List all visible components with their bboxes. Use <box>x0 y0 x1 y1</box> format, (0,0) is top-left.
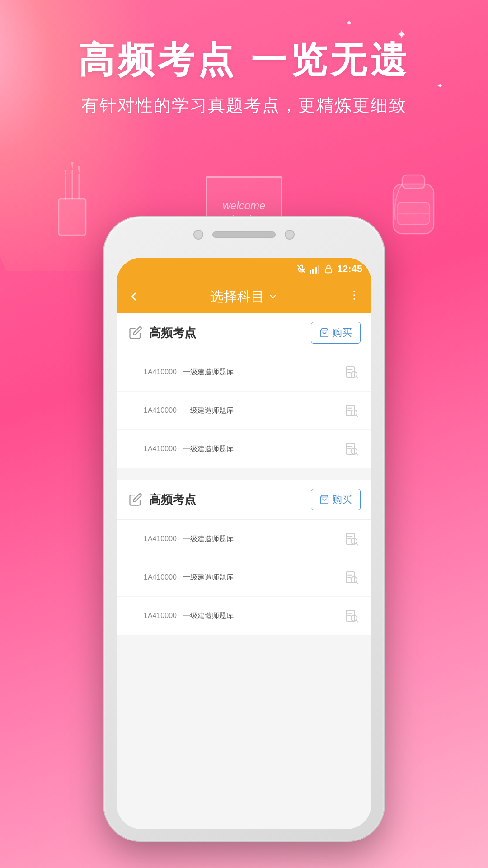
status-bar: 12:45 <box>117 258 371 280</box>
cart-icon-1 <box>319 328 329 338</box>
nav-bar: 选择科目 <box>117 280 371 313</box>
svg-rect-12 <box>312 269 314 274</box>
svg-point-16 <box>353 291 355 292</box>
mute-icon <box>296 264 306 274</box>
nav-chevron-icon <box>268 292 278 302</box>
section-header-2: 高频考点 购买 <box>117 480 371 520</box>
buy-button-2[interactable]: 购买 <box>311 489 361 510</box>
section-title-2: 高频考点 <box>149 492 196 508</box>
hero-subtitle: 有针对性的学习真题考点，更精炼更细致 <box>81 94 407 117</box>
list-item-icon-1-2 <box>343 401 361 420</box>
hero-title: 高频考点 一览无遗 <box>78 36 410 85</box>
list-item-icon-1-1 <box>343 363 361 381</box>
phone-screen: 12:45 选择科目 <box>117 258 371 829</box>
svg-line-27 <box>356 415 357 416</box>
lock-icon <box>324 264 333 274</box>
section-title-area-1: 高频考点 <box>127 325 196 341</box>
svg-rect-0 <box>59 199 86 235</box>
list-item-2-2[interactable]: 1A410000 一级建造师题库 <box>117 558 371 597</box>
sparkle-star-1: ✦ <box>396 27 407 42</box>
list-item-1-2[interactable]: 1A410000 一级建造师题库 <box>117 392 371 430</box>
list-item-icon-2-1 <box>343 530 361 548</box>
list-item-2-1[interactable]: 1A410000 一级建造师题库 <box>117 520 371 558</box>
list-item-text-1-3: 1A410000 一级建造师题库 <box>144 444 234 454</box>
svg-line-22 <box>356 377 357 378</box>
cart-icon-2 <box>319 495 329 505</box>
right-bag-decoration <box>384 161 443 253</box>
svg-marker-4 <box>64 170 67 176</box>
left-tools-decoration <box>45 154 99 244</box>
signal-icon <box>309 264 321 274</box>
phone-camera-left <box>193 230 203 240</box>
section-title-1: 高频考点 <box>149 325 196 341</box>
status-icons <box>296 264 333 274</box>
section-group-1: 高频考点 购买 1A410000 一级建造 <box>117 313 371 468</box>
section-separator <box>117 473 371 480</box>
list-item-icon-2-2 <box>343 568 361 586</box>
svg-rect-13 <box>315 267 317 274</box>
svg-rect-15 <box>325 269 331 273</box>
buy-label-2: 购买 <box>332 493 352 506</box>
section-title-area-2: 高频考点 <box>127 491 196 508</box>
buy-button-1[interactable]: 购买 <box>311 322 361 344</box>
list-item-1-3[interactable]: 1A410000 一级建造师题库 <box>117 430 371 468</box>
list-item-icon-2-3 <box>343 607 361 625</box>
section-header-1: 高频考点 购买 <box>117 313 371 353</box>
list-item-text-2-1: 1A410000 一级建造师题库 <box>144 534 234 544</box>
app-content: 高频考点 购买 1A410000 一级建造 <box>117 313 371 829</box>
list-item-1-1[interactable]: 1A410000 一级建造师题库 <box>117 353 371 392</box>
nav-more-button[interactable] <box>348 288 361 305</box>
list-item-text-2-3: 1A410000 一级建造师题库 <box>144 611 234 621</box>
phone-camera-right <box>285 230 295 240</box>
svg-point-17 <box>353 294 355 296</box>
list-item-text-2-2: 1A410000 一级建造师题库 <box>144 573 234 582</box>
svg-rect-14 <box>318 265 319 274</box>
list-item-2-3[interactable]: 1A410000 一级建造师题库 <box>117 597 371 635</box>
section-group-2: 高频考点 购买 1A410000 一级建造 <box>117 480 371 635</box>
buy-label-1: 购买 <box>332 326 352 340</box>
svg-marker-5 <box>71 162 74 170</box>
svg-line-48 <box>356 620 357 622</box>
list-item-icon-1-3 <box>343 440 361 458</box>
list-item-text-1-1: 1A410000 一级建造师题库 <box>144 368 234 377</box>
nav-title-text: 选择科目 <box>210 288 264 306</box>
phone-mockup: 12:45 选择科目 <box>104 217 384 841</box>
svg-line-43 <box>356 582 357 583</box>
nav-back-button[interactable] <box>127 290 140 303</box>
nav-title-area[interactable]: 选择科目 <box>210 288 278 306</box>
list-item-text-1-2: 1A410000 一级建造师题库 <box>144 406 234 415</box>
svg-line-32 <box>356 453 357 455</box>
sparkle-star-2: ✦ <box>346 18 352 28</box>
phone-speaker <box>212 231 276 238</box>
svg-rect-8 <box>402 175 425 189</box>
svg-rect-11 <box>310 270 311 274</box>
section-edit-icon-1 <box>127 325 144 341</box>
sparkle-star-3: ✦ <box>437 81 443 90</box>
svg-marker-6 <box>78 166 80 174</box>
svg-point-18 <box>353 298 355 300</box>
status-time: 12:45 <box>337 263 362 275</box>
svg-line-38 <box>356 543 357 545</box>
phone-top-bar <box>193 230 295 240</box>
section-edit-icon-2 <box>127 491 144 508</box>
